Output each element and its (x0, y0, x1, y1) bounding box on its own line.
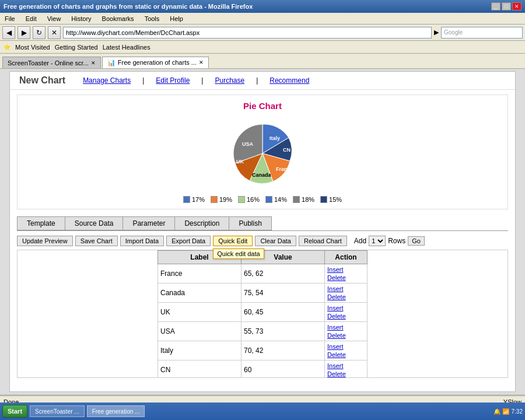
rows-select[interactable]: 1 2 3 5 (369, 236, 386, 246)
bookmarks-bar: ⭐ Most Visited Getting Started Latest He… (0, 41, 525, 54)
legend-color-2 (211, 196, 218, 203)
tab-screentoster[interactable]: ScreenToaster - Online scr... ✕ (2, 57, 101, 68)
slice-label-france: France (276, 166, 293, 172)
row-2-label-input[interactable] (160, 289, 239, 297)
row-6-value-input[interactable] (244, 366, 322, 374)
reload-button[interactable]: ↻ (33, 26, 46, 39)
nav-purchase[interactable]: Purchase (215, 76, 244, 85)
row-1-value-input[interactable] (244, 270, 322, 278)
forward-button[interactable]: ▶ (18, 26, 30, 39)
row-1-insert[interactable]: Insert (327, 266, 344, 273)
quick-edit-tooltip: Quick edit data (213, 249, 264, 259)
update-preview-button[interactable]: Update Preview (17, 236, 73, 246)
tab-close-2[interactable]: ✕ (199, 60, 204, 65)
row-4-insert[interactable]: Insert (327, 324, 344, 331)
maximize-button[interactable]: □ (502, 2, 511, 10)
nav-manage-charts[interactable]: Manage Charts (83, 76, 131, 85)
row-4-label-input[interactable] (160, 327, 239, 335)
menu-history[interactable]: History (69, 15, 93, 23)
table-row: Insert Delete (158, 360, 368, 379)
legend-color-4 (265, 196, 272, 203)
row-4-value-cell (241, 322, 324, 341)
row-2-insert[interactable]: Insert (327, 285, 344, 292)
row-5-insert[interactable]: Insert (327, 343, 344, 350)
row-5-label-input[interactable] (160, 346, 239, 355)
go-button[interactable]: Go (408, 236, 425, 246)
row-6-label-cell (158, 360, 242, 379)
back-button[interactable]: ◀ (2, 26, 15, 39)
legend-item-2: 19% (211, 196, 232, 203)
search-bar[interactable]: Google (441, 27, 523, 38)
stop-button[interactable]: ✕ (48, 26, 61, 39)
menu-tools[interactable]: Tools (142, 15, 162, 23)
row-3-delete[interactable]: Delete (327, 313, 346, 320)
row-1-label-input[interactable] (160, 270, 239, 278)
minimize-button[interactable]: _ (491, 2, 501, 10)
legend-label-5: 18% (302, 196, 314, 203)
start-button[interactable]: Start (2, 405, 27, 418)
menu-bookmarks[interactable]: Bookmarks (100, 15, 136, 23)
row-4-delete[interactable]: Delete (327, 332, 346, 339)
row-6-delete[interactable]: Delete (327, 370, 346, 377)
reload-chart-button[interactable]: Reload Chart (299, 236, 347, 246)
page-title: New Chart (19, 75, 65, 86)
row-5-delete[interactable]: Delete (327, 351, 346, 358)
row-3-insert[interactable]: Insert (327, 304, 344, 312)
clear-data-button[interactable]: Clear Data (255, 236, 296, 246)
tab-source-data[interactable]: Source Data (65, 216, 124, 230)
browser-toolbar: ◀ ▶ ↻ ✕ http://www.diychart.com/Member/D… (0, 24, 525, 41)
add-label: Add (354, 237, 366, 245)
close-button[interactable]: ✕ (512, 2, 522, 10)
address-bar[interactable]: http://www.diychart.com/Member/DcChart.a… (63, 27, 432, 38)
tab-template[interactable]: Template (17, 216, 65, 230)
table-row: Insert Delete (158, 303, 368, 322)
menu-view[interactable]: View (45, 15, 64, 23)
add-rows-control: Add 1 2 3 5 Rows Go (354, 236, 425, 246)
menu-edit[interactable]: Edit (23, 15, 39, 23)
legend-label-4: 14% (274, 196, 287, 203)
row-5-value-input[interactable] (244, 346, 322, 355)
quick-edit-button[interactable]: Quick Edit (213, 236, 253, 246)
row-3-label-input[interactable] (160, 308, 239, 316)
pie-chart-container: Italy CN France Canada UK USA (23, 116, 502, 191)
slice-label-usa: USA (242, 141, 254, 147)
bookmark-getting-started[interactable]: Getting Started (55, 44, 98, 51)
address-text: http://www.diychart.com/Member/DcChart.a… (66, 29, 200, 36)
table-row: Insert Delete (158, 284, 368, 303)
save-chart-button[interactable]: Save Chart (75, 236, 118, 246)
row-2-value-input[interactable] (244, 289, 322, 297)
row-3-value-input[interactable] (244, 308, 322, 316)
tab-parameter[interactable]: Parameter (123, 216, 175, 230)
row-6-insert[interactable]: Insert (327, 362, 344, 369)
row-6-label-input[interactable] (160, 366, 239, 374)
nav-recommend[interactable]: Recommend (270, 76, 309, 85)
chart-area: Pie Chart (17, 94, 508, 209)
taskbar-item-screentoster[interactable]: ScreenToaster ... (30, 405, 85, 417)
bookmark-most-visited[interactable]: Most Visited (15, 44, 50, 51)
row-1-delete[interactable]: Delete (327, 274, 346, 281)
clock: 7:32 (512, 408, 523, 415)
nav-edit-profile[interactable]: Edit Profile (156, 76, 190, 85)
import-data-button[interactable]: Import Data (120, 236, 164, 246)
google-label: Google (444, 29, 463, 36)
tab-free-charts[interactable]: 📊 Free generation of charts ... ✕ (102, 57, 209, 68)
row-4-value-input[interactable] (244, 327, 322, 335)
window-title: Free generation of charts and graphs fro… (4, 3, 253, 10)
legend-color-6 (320, 196, 327, 203)
menu-file[interactable]: File (2, 15, 18, 23)
tab-publish[interactable]: Publish (229, 216, 271, 230)
legend-label-6: 15% (329, 196, 342, 203)
bookmark-latest-headlines[interactable]: Latest Headlines (103, 44, 150, 51)
legend-color-1 (183, 196, 190, 203)
row-2-delete[interactable]: Delete (327, 293, 346, 300)
tab-close-1[interactable]: ✕ (91, 60, 96, 66)
slice-label-uk: UK (236, 159, 244, 164)
nav-sep-1: | (142, 76, 144, 85)
taskbar-tray: 🔔 📶 7:32 (494, 408, 523, 415)
data-table: Label Value Action (158, 250, 368, 378)
export-data-button[interactable]: Export Data (166, 236, 211, 246)
tab-description[interactable]: Description (174, 216, 229, 230)
taskbar-item-charts[interactable]: Free generation ... (87, 405, 145, 417)
row-4-action-cell: Insert Delete (324, 322, 367, 341)
menu-help[interactable]: Help (167, 15, 186, 23)
